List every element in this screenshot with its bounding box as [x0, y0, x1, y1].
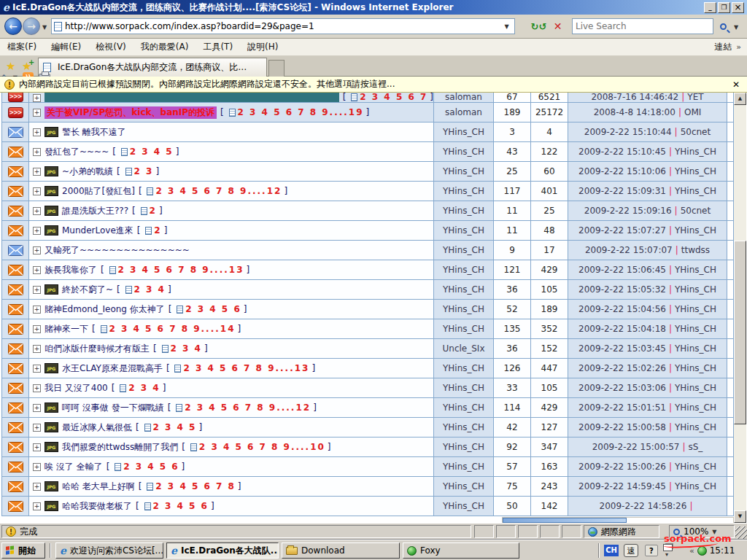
- thread-title[interactable]: 又輸死了~~~~~~~~~~~~~~~: [44, 244, 190, 257]
- expand-plus-icon[interactable]: [33, 207, 41, 215]
- thread-title[interactable]: 咱們冰版什麼時候才有版主: [44, 343, 150, 355]
- minimize-button[interactable]: [704, 2, 716, 13]
- menu-file[interactable]: 檔案(F): [0, 41, 44, 53]
- expand-plus-icon[interactable]: [33, 345, 41, 353]
- thread-title[interactable]: 水王CLAY原來是混戰高手: [62, 362, 163, 375]
- thread-pages[interactable]: [ 2 3 4 5 6 7 8 9....14 ]: [92, 324, 241, 334]
- search-button[interactable]: [716, 18, 731, 34]
- thread-pages[interactable]: [ 2 ]: [132, 206, 163, 216]
- links-overflow-chevron-icon[interactable]: »: [736, 42, 741, 52]
- page-links[interactable]: 2 3 4 5 6 7 8 9....13: [183, 363, 309, 373]
- start-button[interactable]: 開始: [1, 542, 45, 559]
- page-links[interactable]: 2 3 4 5 6 7 8 9....19: [238, 107, 364, 117]
- page-links[interactable]: 2: [150, 206, 157, 216]
- expand-plus-icon[interactable]: [33, 424, 41, 432]
- expand-plus-icon[interactable]: [33, 187, 41, 195]
- task-download[interactable]: Download: [282, 542, 400, 559]
- stop-button[interactable]: ✕: [550, 18, 565, 34]
- address-dropdown[interactable]: ▼: [499, 18, 514, 34]
- thread-title[interactable]: 呵呵 沒事做 發一下爛戰績: [62, 402, 164, 414]
- thread-title[interactable]: 我們親愛的ttwdss離開了我們: [62, 441, 178, 454]
- thread-title[interactable]: 警长 離我不遠了: [62, 126, 126, 139]
- history-dropdown[interactable]: ▼: [42, 24, 47, 31]
- thread-pages[interactable]: [ 2 3 4 5 6 ]: [107, 462, 185, 472]
- scroll-up-icon[interactable]: ▲: [734, 93, 746, 105]
- page-links[interactable]: 2 3 4: [171, 343, 202, 354]
- page-links[interactable]: 2 3 4 5 6: [123, 462, 179, 472]
- address-input[interactable]: [65, 20, 499, 33]
- page-links[interactable]: 2 3 4 5: [153, 422, 197, 432]
- thread-title[interactable]: MunderLove進來: [62, 225, 133, 237]
- expand-plus-icon[interactable]: [33, 443, 41, 451]
- ime-icon[interactable]: 速: [624, 544, 638, 557]
- menu-help[interactable]: 說明(H): [240, 41, 285, 53]
- language-indicator[interactable]: CH: [604, 545, 619, 556]
- scroll-down-icon[interactable]: ▼: [734, 510, 746, 523]
- thread-pages[interactable]: [ 2 3 4 5 6 7 8 9....10 ]: [182, 442, 330, 452]
- expand-plus-icon[interactable]: [33, 94, 41, 102]
- expand-plus-icon[interactable]: [33, 365, 41, 373]
- thread-pages[interactable]: [ 2 3 4 5 6 7 8 ]: [139, 481, 241, 491]
- thread-pages[interactable]: [ 2 3 4 5 6 7 8 9....13 ]: [166, 363, 315, 373]
- refresh-button[interactable]: ↻↺: [531, 18, 546, 34]
- back-button[interactable]: ←: [4, 18, 22, 35]
- page-links[interactable]: 2 3 4 5 6 7 8 9....14: [109, 324, 236, 334]
- page-links[interactable]: 2 3 4 5 6 7: [360, 93, 427, 102]
- expand-plus-icon[interactable]: [33, 227, 41, 235]
- thread-title[interactable]: 終於不窮了~: [62, 284, 113, 296]
- expand-plus-icon[interactable]: [33, 325, 41, 333]
- menu-edit[interactable]: 編輯(E): [44, 41, 88, 53]
- page-links[interactable]: 2 3 4 5 6 7 8 9....12: [155, 186, 282, 196]
- page-links[interactable]: 2 3 4 5 6 7 8 9....13: [118, 265, 244, 275]
- menu-tools[interactable]: 工具(T): [196, 41, 240, 53]
- page-links[interactable]: 2 3 4: [134, 284, 166, 295]
- page-links[interactable]: 2 3 4 5 6: [153, 501, 209, 511]
- thread-pages[interactable]: [ 2 3 4 5 6 7 ]: [343, 93, 433, 102]
- links-toolbar-label[interactable]: 連結: [714, 41, 732, 53]
- info-bar-close-icon[interactable]: ✕: [732, 79, 743, 90]
- thread-pages[interactable]: [ 2 3 4 ]: [112, 383, 166, 393]
- page-links[interactable]: 2 3 4 5 6: [185, 304, 241, 314]
- page-links[interactable]: 2 3 4 5 6 7 8 9....10: [199, 442, 325, 452]
- thread-title[interactable]: 賭神Edmond_Ieong 你太神了: [44, 303, 165, 316]
- thread-title[interactable]: 發紅包了~~~~: [44, 146, 109, 158]
- search-input[interactable]: [573, 21, 713, 31]
- forward-button[interactable]: →: [23, 18, 40, 35]
- vertical-scrollbar-thumb[interactable]: [734, 241, 746, 424]
- thread-pages[interactable]: [ 2 3 4 5 ]: [136, 422, 202, 432]
- vertical-scrollbar[interactable]: ▲ ▼: [734, 93, 746, 523]
- thread-pages[interactable]: [ 2 3 4 5 6 7 8 9....12 ]: [168, 402, 317, 413]
- tab-active[interactable]: IcE.DraGon各大战队内部交流，团练商议、比赛作...: [38, 58, 267, 77]
- thread-title[interactable]: 唉 沒了 全輸了: [44, 461, 103, 473]
- page-links[interactable]: 2: [154, 225, 161, 236]
- security-info-bar[interactable]: ! 內部網路設定目前已根據預設關閉。內部網路設定比網際網路設定還不安全。其他選項…: [0, 77, 747, 93]
- task-foxy[interactable]: Foxy: [403, 542, 519, 559]
- menu-view[interactable]: 檢視(V): [88, 41, 133, 53]
- thread-pages[interactable]: [ 2 3 4 5 6 7 8 9....12 ]: [139, 186, 287, 196]
- task-ice-dragon[interactable]: e IcE.DraGon各大战队...: [166, 542, 279, 559]
- expand-plus-icon[interactable]: [33, 148, 41, 156]
- thread-pages[interactable]: [ 2 3 ]: [117, 166, 159, 176]
- expand-plus-icon[interactable]: [33, 502, 41, 510]
- restore-button[interactable]: [718, 2, 730, 13]
- expand-plus-icon[interactable]: [33, 404, 41, 412]
- thread-pages[interactable]: [ 2 3 4 5 6 ]: [169, 304, 247, 314]
- thread-title[interactable]: 賭神來一下: [44, 323, 88, 335]
- thread-title[interactable]: 誰是洗版大王???: [62, 205, 128, 217]
- page-links[interactable]: 2 3 4: [128, 383, 160, 393]
- expand-plus-icon[interactable]: [33, 384, 41, 392]
- thread-title[interactable]: 哈哈我要做老板了: [62, 500, 132, 513]
- new-tab-stub[interactable]: [268, 60, 285, 77]
- close-button[interactable]: [732, 2, 744, 13]
- menu-favorites[interactable]: 我的最愛(A): [133, 41, 196, 53]
- expand-plus-icon[interactable]: [33, 109, 41, 117]
- search-options-dropdown[interactable]: ▼: [734, 24, 738, 31]
- page-links[interactable]: 2 3 4 5 6 7 8: [155, 481, 236, 491]
- expand-plus-icon[interactable]: [33, 246, 41, 254]
- expand-plus-icon[interactable]: [33, 483, 41, 491]
- page-links[interactable]: 2 3: [134, 166, 154, 176]
- thread-pages[interactable]: [ 2 ]: [137, 225, 168, 236]
- expand-plus-icon[interactable]: [33, 266, 41, 274]
- thread-pages[interactable]: [ 2 3 4 5 6 7 8 9....13 ]: [101, 265, 249, 275]
- thread-title[interactable]: 最近冰隊人氣很低: [62, 421, 132, 434]
